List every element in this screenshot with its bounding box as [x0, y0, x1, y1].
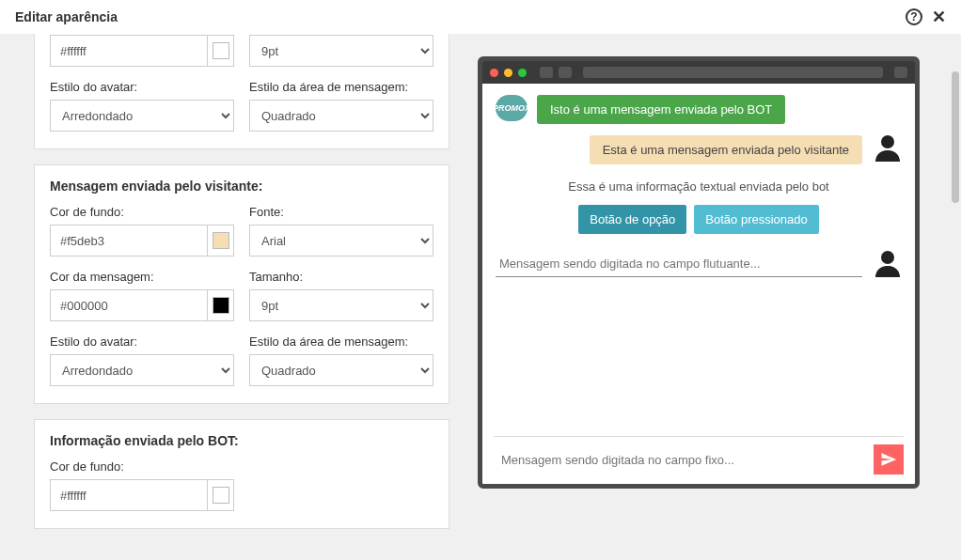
visitor-message-panel: Mensagem enviada pelo visitante: Cor de …	[34, 164, 449, 404]
bot-color-input[interactable]	[50, 35, 207, 67]
info-panel-title: Informação enviada pelo BOT:	[50, 433, 433, 448]
visitor-size-select[interactable]: 9pt	[249, 289, 433, 321]
visitor-panel-title: Mensagem enviada pelo visitante:	[50, 179, 433, 194]
visitor-msgarea-style-select[interactable]: Quadrado	[249, 354, 433, 386]
visitor-avatar-style-select[interactable]: Arredondado	[50, 354, 234, 386]
bot-msgarea-style-select[interactable]: Quadrado	[249, 100, 433, 132]
bot-size-select[interactable]: 9pt	[249, 35, 433, 67]
visitor-size-label: Tamanho:	[249, 270, 433, 284]
dialog-header: Editar aparência ? ✕	[0, 0, 961, 34]
dialog-title: Editar aparência	[15, 9, 118, 24]
visitor-bg-swatch[interactable]	[207, 225, 234, 257]
floating-input[interactable]	[496, 251, 862, 277]
visitor-avatar-typing	[874, 251, 902, 277]
send-icon	[880, 451, 897, 468]
settings-column: 9pt Estilo do avatar: Arredondado Estilo…	[0, 34, 468, 560]
visitor-msgcolor-swatch[interactable]	[207, 289, 234, 321]
visitor-avatar	[874, 135, 902, 162]
visitor-font-label: Fonte:	[249, 205, 433, 219]
visitor-bg-input[interactable]	[50, 225, 207, 257]
bot-info-text: Essa é uma informação textual enviada pe…	[496, 179, 902, 194]
visitor-bg-label: Cor de fundo:	[50, 205, 234, 219]
bot-avatar: PROMOX	[496, 95, 528, 121]
address-bar	[583, 67, 883, 78]
bot-avatar-style-select[interactable]: Arredondado	[50, 100, 234, 132]
pressed-button[interactable]: Botão pressionado	[694, 205, 818, 234]
browser-titlebar	[482, 61, 915, 84]
visitor-avatar-style-label: Estilo do avatar:	[50, 334, 234, 349]
visitor-font-select[interactable]: Arial	[249, 225, 433, 257]
preview-column: PROMOX Isto é uma mensagem enviada pelo …	[468, 34, 961, 560]
info-bg-input[interactable]	[50, 479, 207, 511]
window-close-dot	[490, 69, 498, 77]
info-bg-label: Cor de fundo:	[50, 459, 234, 474]
bot-avatar-style-label: Estilo do avatar:	[50, 80, 234, 94]
bot-color-swatch[interactable]	[207, 35, 234, 67]
help-icon[interactable]: ?	[906, 8, 922, 25]
scrollbar[interactable]	[952, 71, 959, 203]
bot-message-panel-partial: 9pt Estilo do avatar: Arredondado Estilo…	[34, 34, 449, 149]
option-button[interactable]: Botão de opção	[578, 205, 686, 234]
visitor-msgcolor-input[interactable]	[50, 289, 207, 321]
visitor-msgcolor-label: Cor da mensagem:	[50, 270, 234, 284]
window-max-dot	[518, 69, 527, 77]
send-button[interactable]	[874, 444, 904, 474]
bot-msgarea-style-label: Estilo da área de mensagem:	[249, 80, 433, 94]
bot-message-bubble: Isto é uma mensagem enviada pelo BOT	[537, 95, 785, 124]
nav-back-icon	[540, 67, 553, 78]
nav-fwd-icon	[559, 67, 572, 78]
close-icon[interactable]: ✕	[932, 7, 946, 27]
browser-preview: PROMOX Isto é uma mensagem enviada pelo …	[478, 56, 920, 489]
fixed-input[interactable]	[494, 449, 866, 471]
menu-icon	[894, 67, 907, 78]
visitor-msgarea-style-label: Estilo da área de mensagem:	[249, 334, 433, 349]
window-min-dot	[504, 69, 512, 77]
bot-info-panel: Informação enviada pelo BOT: Cor de fund…	[34, 419, 449, 529]
visitor-message-bubble: Esta é uma mensagem enviada pelo visitan…	[590, 135, 862, 164]
info-bg-swatch[interactable]	[207, 479, 234, 511]
